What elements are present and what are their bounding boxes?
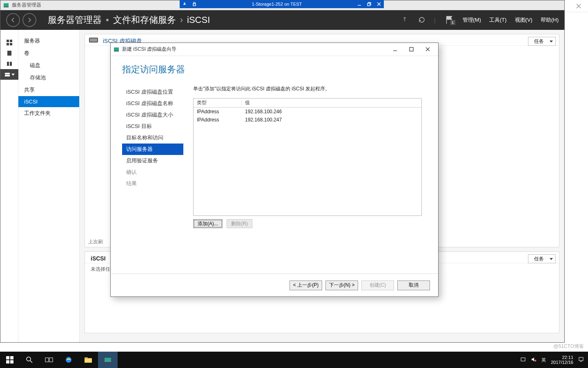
table-row[interactable]: IPAddress 192.168.100.247 bbox=[194, 116, 421, 124]
svg-rect-13 bbox=[7, 43, 9, 45]
svg-rect-9 bbox=[4, 3, 9, 7]
task-view-icon[interactable] bbox=[39, 352, 59, 368]
taskbar: 英 22:11 2017/12/16 bbox=[0, 352, 588, 368]
step-name[interactable]: iSCSI 虚拟磁盘名称 bbox=[122, 98, 183, 109]
vm-pin-icon[interactable] bbox=[180, 0, 189, 8]
svg-rect-12 bbox=[10, 40, 12, 42]
column-type[interactable]: 类型 bbox=[194, 99, 242, 106]
step-auth[interactable]: 启用验证服务 bbox=[122, 155, 183, 166]
cell-value: 192.168.100.247 bbox=[242, 117, 421, 123]
tasks-dropdown[interactable]: 任务 bbox=[528, 254, 556, 263]
svg-rect-40 bbox=[105, 361, 111, 362]
svg-rect-11 bbox=[7, 40, 9, 42]
search-icon[interactable] bbox=[20, 352, 39, 368]
start-button[interactable] bbox=[0, 352, 20, 368]
system-tray: 英 22:11 2017/12/16 bbox=[520, 355, 588, 365]
svg-rect-19 bbox=[5, 75, 10, 76]
svg-rect-29 bbox=[10, 356, 13, 359]
tray-ime[interactable]: 英 bbox=[541, 357, 546, 363]
nav-iscsi[interactable]: iSCSI bbox=[18, 96, 79, 107]
menu-manage[interactable]: 管理(M) bbox=[463, 16, 481, 24]
wizard-maximize-button[interactable] bbox=[403, 43, 419, 56]
panel-header-icon bbox=[88, 35, 100, 44]
tasks-dropdown[interactable]: 任务 bbox=[528, 37, 556, 46]
tray-date[interactable]: 2017/12/16 bbox=[551, 360, 573, 365]
svg-rect-31 bbox=[10, 360, 13, 364]
svg-rect-25 bbox=[410, 47, 413, 51]
file-storage-icon[interactable] bbox=[0, 69, 18, 80]
menu-view[interactable]: 视图(V) bbox=[515, 16, 532, 24]
nav-back-button[interactable] bbox=[6, 13, 20, 27]
vm-close-button[interactable] bbox=[374, 0, 384, 8]
step-target-name[interactable]: 目标名称和访问 bbox=[122, 132, 183, 144]
wizard-title-text: 新建 iSCSI 虚拟磁盘向导 bbox=[122, 46, 176, 53]
nav-work-folders[interactable]: 工作文件夹 bbox=[18, 107, 79, 119]
svg-rect-35 bbox=[49, 358, 53, 362]
wizard-minimize-button[interactable] bbox=[387, 43, 403, 56]
wizard-close-button[interactable] bbox=[419, 43, 436, 56]
refresh-icon[interactable] bbox=[418, 16, 426, 24]
breadcrumb-services[interactable]: 文件和存储服务 bbox=[113, 14, 176, 26]
vm-restore-button[interactable] bbox=[364, 0, 374, 8]
step-location[interactable]: iSCSI 虚拟磁盘位置 bbox=[122, 86, 183, 98]
wizard-steps-list: iSCSI 虚拟磁盘位置 iSCSI 虚拟磁盘名称 iSCSI 虚拟磁盘大小 i… bbox=[122, 80, 183, 274]
svg-rect-34 bbox=[45, 358, 49, 362]
all-servers-icon[interactable] bbox=[0, 58, 18, 69]
tray-notification-icon[interactable] bbox=[578, 357, 584, 363]
menu-tools[interactable]: 工具(T) bbox=[489, 16, 507, 24]
svg-rect-38 bbox=[85, 357, 88, 359]
step-size[interactable]: iSCSI 虚拟磁盘大小 bbox=[122, 109, 183, 121]
nav-disks[interactable]: 磁盘 bbox=[18, 59, 79, 72]
svg-rect-21 bbox=[90, 38, 97, 42]
wizard-titlebar: 新建 iSCSI 虚拟磁盘向导 bbox=[111, 43, 438, 56]
host-close-button[interactable] bbox=[569, 0, 588, 12]
breadcrumb-root[interactable]: 服务器管理器 bbox=[48, 14, 102, 26]
server-manager-task-icon[interactable] bbox=[98, 352, 118, 368]
svg-rect-6 bbox=[368, 3, 370, 6]
nav-volumes[interactable]: 卷 bbox=[18, 47, 79, 59]
svg-rect-14 bbox=[10, 43, 12, 45]
nav-forward-button[interactable] bbox=[22, 13, 36, 27]
cell-value: 192.168.100.246 bbox=[242, 109, 421, 114]
nav-shares[interactable]: 共享 bbox=[18, 84, 79, 96]
svg-rect-4 bbox=[193, 4, 196, 6]
table-row[interactable]: IPAddress 192.168.100.246 bbox=[194, 108, 421, 116]
add-button[interactable]: 添加(A)... bbox=[193, 219, 223, 228]
vm-minimize-button[interactable] bbox=[354, 0, 364, 8]
explorer-icon[interactable] bbox=[78, 352, 98, 368]
svg-rect-10 bbox=[4, 7, 9, 7]
step-access[interactable]: 访问服务器 bbox=[122, 144, 183, 155]
dashboard-icon[interactable] bbox=[0, 37, 18, 48]
svg-rect-17 bbox=[10, 62, 12, 66]
next-button[interactable]: 下一步(N) > bbox=[325, 280, 358, 290]
secondary-nav: 服务器 卷 磁盘 存储池 共享 iSCSI 工作文件夹 bbox=[18, 30, 80, 342]
breadcrumb: 服务器管理器 • 文件和存储服务 › iSCSI bbox=[48, 14, 210, 26]
prev-button[interactable]: < 上一步(P) bbox=[290, 280, 322, 290]
svg-rect-30 bbox=[6, 360, 9, 364]
step-target[interactable]: iSCSI 目标 bbox=[122, 121, 183, 132]
ie-icon[interactable] bbox=[59, 352, 78, 368]
cancel-button[interactable]: 取消 bbox=[397, 280, 430, 290]
tray-time[interactable]: 22:11 bbox=[562, 355, 573, 360]
local-server-icon[interactable] bbox=[0, 48, 18, 58]
server-manager-icon bbox=[3, 2, 9, 9]
column-value[interactable]: 值 bbox=[242, 99, 421, 106]
nav-servers[interactable]: 服务器 bbox=[18, 35, 79, 47]
breadcrumb-iscsi[interactable]: iSCSI bbox=[187, 15, 210, 25]
nav-pools[interactable]: 存储池 bbox=[18, 72, 79, 84]
refresh-options-icon[interactable] bbox=[401, 16, 410, 24]
table-header: 类型 值 bbox=[194, 99, 421, 108]
svg-rect-41 bbox=[521, 358, 525, 361]
server-manager-title: 服务器管理器 bbox=[12, 2, 41, 9]
wizard-content: 单击"添加"以指定将访问此 iSCSI 虚拟磁盘的 iSCSI 发起程序。 类型… bbox=[183, 80, 427, 274]
tray-volume-icon[interactable] bbox=[531, 357, 537, 363]
panel-top-status: 上次刷 bbox=[88, 238, 103, 245]
tray-network-icon[interactable] bbox=[520, 357, 526, 363]
menu-help[interactable]: 帮助(H) bbox=[541, 16, 559, 24]
initiators-table[interactable]: 类型 值 IPAddress 192.168.100.246 IPAddress… bbox=[193, 98, 422, 216]
svg-rect-18 bbox=[5, 73, 10, 74]
vm-lock-icon[interactable] bbox=[189, 0, 199, 8]
server-manager-header: 服务器管理器 • 文件和存储服务 › iSCSI | 1 管理(M) 工具(T)… bbox=[0, 10, 564, 30]
notifications-badge: 1 bbox=[450, 20, 455, 25]
notifications-flag-icon[interactable]: 1 bbox=[444, 16, 454, 24]
